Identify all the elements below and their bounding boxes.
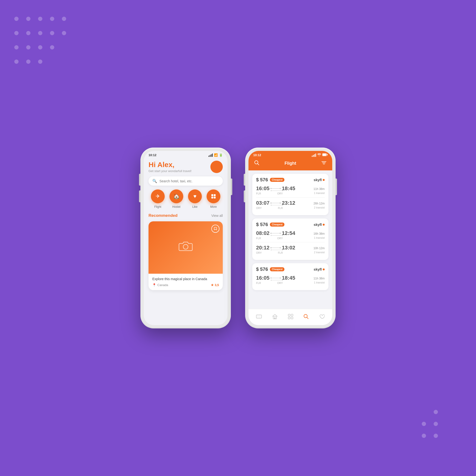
app-header: Flight xyxy=(249,158,332,170)
from-airport-1: FLR xyxy=(256,192,261,195)
svg-rect-35 xyxy=(288,317,290,319)
filter-icon[interactable] xyxy=(321,161,326,166)
section-header: Recommended View all xyxy=(149,213,223,218)
card-title: Explore this magical place in Canada xyxy=(152,277,219,281)
flight-card-2[interactable]: $ 576 Cheapest skyfl 08:02 xyxy=(252,219,328,260)
nav-search-icon[interactable] xyxy=(302,312,311,323)
signal-icon xyxy=(208,153,213,157)
notch-left xyxy=(170,151,201,157)
section-title: Recommended xyxy=(149,213,178,218)
phone-left: 10:12 📶 🔋 Hi Alex, xyxy=(140,148,231,328)
ret-to-1: FLR xyxy=(278,206,283,209)
svg-rect-36 xyxy=(291,317,293,319)
flight-label: Flight xyxy=(154,205,161,208)
svg-point-24 xyxy=(282,249,283,251)
view-all-link[interactable]: View all xyxy=(211,214,223,218)
flight-card-2-header: $ 576 Cheapest skyfl xyxy=(256,222,325,227)
left-phone-content: Hi Alex, Get start your wondarfull trave… xyxy=(144,158,227,290)
to-airport-1: ORY xyxy=(277,192,283,195)
nav-tickets-icon[interactable] xyxy=(254,312,264,322)
like-label: Like xyxy=(192,205,198,208)
battery-icon: 🔋 xyxy=(219,153,223,157)
svg-rect-28 xyxy=(256,315,262,318)
time-right: 10:12 xyxy=(253,153,261,157)
svg-point-27 xyxy=(282,280,283,281)
svg-line-9 xyxy=(257,164,259,165)
outbound-route-3: 16:05 18:45 xyxy=(256,275,325,284)
return-details-1: 26h 12m 2 transist xyxy=(313,202,325,209)
search-header-icon[interactable] xyxy=(254,160,259,167)
more-icon-circle xyxy=(206,189,221,203)
arr-time-2: 12:54 xyxy=(282,230,295,236)
location-pin-icon: 📍 xyxy=(152,283,156,287)
svg-point-23 xyxy=(271,249,272,251)
airline-dot-2 xyxy=(323,224,325,226)
card-rating: ★ 3,5 xyxy=(211,283,219,287)
search-bar[interactable]: 🔍 xyxy=(149,176,223,186)
price-1: $ 576 xyxy=(256,177,268,183)
outbound-route-2: 08:02 12:54 xyxy=(256,230,325,240)
category-more[interactable]: More xyxy=(206,189,221,208)
camera-icon xyxy=(178,240,193,255)
svg-rect-6 xyxy=(327,154,327,155)
return-airports-2: ORY FLR xyxy=(256,251,295,254)
time-left: 10:12 xyxy=(149,153,156,157)
category-flight[interactable]: ✈ Flight xyxy=(151,189,165,208)
cheapest-badge-3: Cheapest xyxy=(270,267,284,271)
greeting-text: Hi Alex, Get start your wondarfull trave… xyxy=(149,161,192,173)
return-route-1: 03:07 23:12 xyxy=(256,200,325,209)
cheapest-badge-1: Cheapest xyxy=(270,178,284,182)
svg-point-14 xyxy=(271,190,272,191)
return-times-2: 20:12 13:02 xyxy=(256,245,295,251)
flight-icon-circle: ✈ xyxy=(151,189,165,203)
nav-home-icon[interactable] xyxy=(270,312,280,323)
greeting-row: Hi Alex, Get start your wondarfull trave… xyxy=(149,161,223,173)
more-label: More xyxy=(210,205,217,208)
hostel-label: Hostel xyxy=(172,205,180,208)
outbound-route-1: 16:05 18:45 xyxy=(256,186,325,195)
phone-right: 10:12 xyxy=(245,148,336,328)
airline-dot-1 xyxy=(323,179,325,181)
notch-right xyxy=(275,151,306,157)
svg-point-26 xyxy=(271,280,272,281)
svg-point-20 xyxy=(271,235,272,236)
flight-details-2: 16h 38m 1 transist xyxy=(313,232,325,240)
category-like[interactable]: ♥ Like xyxy=(188,189,202,208)
status-icons-left: 📶 🔋 xyxy=(208,153,223,157)
card-body: Explore this magical place in Canada 📍 C… xyxy=(149,274,223,290)
svg-rect-2 xyxy=(211,197,213,199)
phone-right-screen: 10:12 xyxy=(249,151,332,325)
svg-rect-32 xyxy=(274,318,276,319)
svg-rect-34 xyxy=(291,314,293,316)
dep-time-2: 08:02 xyxy=(256,230,270,236)
dep-time-1: 16:05 xyxy=(256,186,270,192)
wifi-icon: 📶 xyxy=(214,153,218,157)
bookmark-icon[interactable] xyxy=(211,225,220,233)
airport-codes-3: FLR ORY xyxy=(256,282,295,284)
card-footer: 📍 Canada ★ 3,5 xyxy=(152,283,219,287)
nav-grid-icon[interactable] xyxy=(286,312,295,323)
transits-1: 1 transist xyxy=(314,192,325,194)
outbound-times-2: 08:02 12:54 xyxy=(256,230,295,236)
category-hostel[interactable]: 🏠 Hostel xyxy=(170,189,183,208)
greeting-title: Hi Alex, xyxy=(149,161,192,169)
greeting-subtitle: Get start your wondarfull travel! xyxy=(149,169,192,173)
route-line-3 xyxy=(271,278,280,278)
airport-codes-1: FLR ORY xyxy=(256,192,295,195)
phones-wrapper: 10:12 📶 🔋 Hi Alex, xyxy=(140,148,336,328)
avatar[interactable] xyxy=(210,161,223,173)
svg-rect-33 xyxy=(288,314,290,316)
svg-point-4 xyxy=(183,244,188,249)
price-3: $ 576 xyxy=(256,267,268,272)
search-input[interactable] xyxy=(159,179,219,183)
price-row-3: $ 576 Cheapest xyxy=(256,267,284,272)
flight-details-3: 11h 38m 1 transist xyxy=(313,277,325,284)
flights-list: $ 576 Cheapest skyfl 16:05 xyxy=(249,170,332,314)
recommended-card[interactable]: Explore this magical place in Canada 📍 C… xyxy=(149,221,223,290)
return-airports-1: ORY FLR xyxy=(256,206,295,209)
nav-heart-icon[interactable] xyxy=(317,312,326,323)
star-icon: ★ xyxy=(211,283,214,287)
flight-card-1[interactable]: $ 576 Cheapest skyfl 16:05 xyxy=(252,174,328,215)
flight-card-3[interactable]: $ 576 Cheapest skyfl 16:05 xyxy=(252,263,328,290)
flight-card-3-header: $ 576 Cheapest skyfl xyxy=(256,267,325,272)
